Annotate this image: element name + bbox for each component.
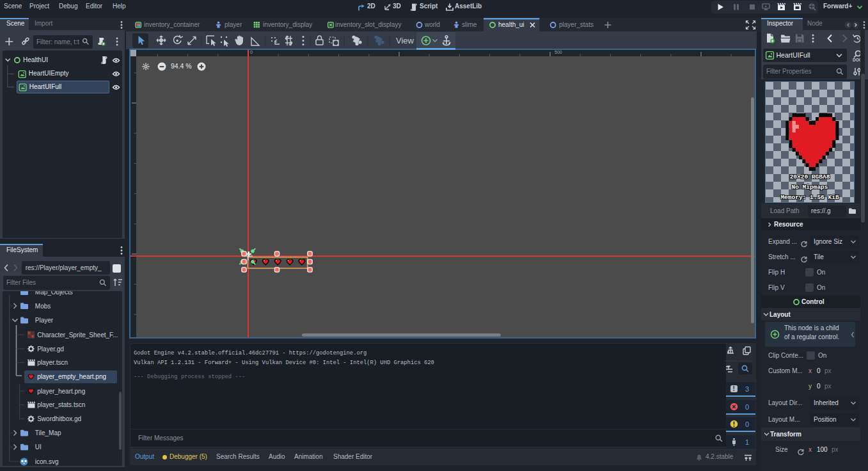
svg-text:!: !: [733, 385, 735, 392]
svg-text:0: 0: [745, 420, 749, 428]
svg-text:0: 0: [745, 403, 749, 411]
svg-text:1: 1: [745, 438, 749, 446]
svg-text:3: 3: [745, 385, 749, 393]
